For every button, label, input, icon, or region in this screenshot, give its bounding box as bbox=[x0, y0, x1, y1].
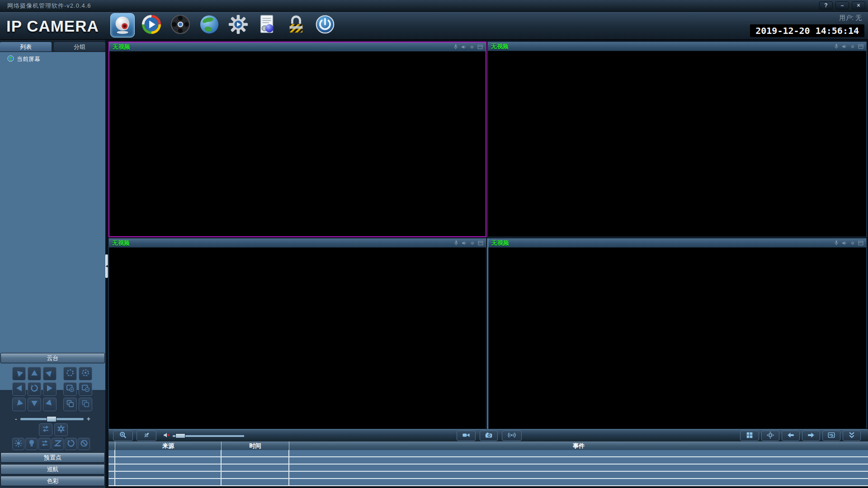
lock-button[interactable] bbox=[284, 13, 308, 38]
table-header-source[interactable]: 来源 bbox=[115, 441, 222, 450]
pattern-button[interactable] bbox=[52, 438, 64, 450]
ptz-up-right-button[interactable] bbox=[43, 367, 57, 380]
ptz-settings-button[interactable] bbox=[54, 423, 68, 436]
cruise-section-bar[interactable]: 巡航 bbox=[0, 464, 105, 474]
iris-close-button[interactable] bbox=[63, 367, 77, 380]
help-button[interactable]: ? bbox=[819, 1, 833, 9]
ptz-right-button[interactable] bbox=[43, 382, 57, 396]
fullscreen-button[interactable] bbox=[761, 431, 779, 441]
preview-button[interactable] bbox=[110, 13, 135, 38]
gear-icon bbox=[228, 14, 249, 37]
talk-mic-icon[interactable] bbox=[833, 43, 840, 50]
no-video-label: 无视频 bbox=[109, 239, 453, 247]
video-panel-body[interactable] bbox=[109, 248, 486, 429]
switch-screen-button[interactable] bbox=[822, 431, 840, 441]
record-button[interactable] bbox=[457, 431, 476, 441]
focus-near-button[interactable] bbox=[63, 398, 77, 411]
talk-mic-icon[interactable] bbox=[453, 240, 459, 246]
preset-section-bar[interactable]: 预置点 bbox=[0, 452, 105, 463]
flip-button[interactable] bbox=[38, 438, 51, 450]
sidebar-collapse-handle[interactable]: ◀ bbox=[105, 254, 108, 278]
talk-mic-icon[interactable] bbox=[833, 240, 840, 246]
next-page-button[interactable] bbox=[802, 431, 820, 441]
ptz-auto-scan-button[interactable] bbox=[28, 382, 41, 396]
disable-button[interactable] bbox=[78, 438, 90, 450]
digital-zoom-button[interactable] bbox=[113, 431, 133, 441]
video-panel-4[interactable]: 无视频 bbox=[487, 238, 867, 429]
settings-button[interactable] bbox=[226, 13, 250, 38]
maximize-icon[interactable] bbox=[858, 43, 864, 50]
video-panel-body[interactable] bbox=[109, 52, 486, 236]
ptz-up-left-button[interactable] bbox=[12, 367, 26, 380]
speaker-icon[interactable] bbox=[841, 240, 848, 246]
table-row[interactable] bbox=[108, 479, 868, 486]
lock-icon bbox=[286, 14, 307, 37]
tab-group[interactable]: 分组 bbox=[54, 42, 105, 52]
table-row[interactable] bbox=[108, 465, 868, 472]
talk-button[interactable] bbox=[137, 431, 156, 441]
ptz-panel-header[interactable]: 云台 bbox=[0, 353, 105, 363]
records-button[interactable] bbox=[168, 13, 193, 38]
user-label: 用户: 无 bbox=[839, 14, 862, 22]
video-panel-body[interactable] bbox=[488, 248, 866, 429]
network-button[interactable] bbox=[197, 13, 222, 38]
record-dot-icon[interactable] bbox=[849, 240, 856, 246]
close-button[interactable]: × bbox=[852, 1, 865, 9]
volume-thumb[interactable] bbox=[175, 433, 185, 438]
ptz-speed-track[interactable] bbox=[20, 418, 84, 420]
snapshot-button[interactable] bbox=[480, 431, 498, 441]
muted-speaker-icon[interactable] bbox=[163, 431, 171, 441]
grid-layout-button[interactable] bbox=[740, 431, 759, 441]
log-button[interactable] bbox=[255, 13, 279, 38]
minimize-button[interactable]: – bbox=[835, 1, 849, 9]
speaker-icon[interactable] bbox=[461, 44, 467, 50]
speaker-icon[interactable] bbox=[841, 43, 848, 50]
power-button[interactable] bbox=[313, 13, 337, 38]
table-header-time[interactable]: 时间 bbox=[222, 441, 289, 450]
tab-list[interactable]: 列表 bbox=[0, 42, 52, 52]
iris-open-button[interactable] bbox=[79, 367, 92, 380]
table-row[interactable] bbox=[108, 450, 868, 457]
video-panel-1[interactable]: 无视频 bbox=[108, 42, 486, 237]
collapse-panel-button[interactable] bbox=[843, 431, 861, 441]
video-panel-3[interactable]: 无视频 bbox=[108, 238, 486, 429]
record-dot-icon[interactable] bbox=[469, 240, 476, 246]
ptz-speed-thumb[interactable] bbox=[47, 416, 57, 422]
table-header-event[interactable]: 事件 bbox=[289, 441, 868, 450]
tree-item-current-screen[interactable]: 当前屏幕 bbox=[0, 52, 105, 63]
maximize-icon[interactable] bbox=[858, 240, 864, 246]
alarm-button[interactable] bbox=[502, 431, 522, 441]
focus-far-button[interactable] bbox=[79, 398, 92, 411]
media-player-icon bbox=[141, 14, 162, 37]
zoom-out-button[interactable] bbox=[79, 382, 92, 396]
speaker-icon[interactable] bbox=[461, 240, 467, 246]
camera-icon bbox=[485, 431, 493, 441]
maximize-icon[interactable] bbox=[477, 44, 483, 50]
ptz-down-left-button[interactable] bbox=[12, 398, 26, 411]
arrow-up-left-icon bbox=[14, 368, 24, 379]
video-panel-body[interactable] bbox=[488, 51, 866, 237]
ptz-left-button[interactable] bbox=[12, 382, 26, 396]
talk-mic-icon[interactable] bbox=[453, 44, 459, 50]
previous-page-button[interactable] bbox=[782, 431, 800, 441]
table-row[interactable] bbox=[108, 457, 868, 465]
playback-button[interactable] bbox=[139, 13, 164, 38]
lamp-button[interactable] bbox=[25, 438, 38, 450]
light-button[interactable] bbox=[12, 438, 24, 450]
record-dot-icon[interactable] bbox=[849, 43, 856, 50]
video-panel-2[interactable]: 无视频 bbox=[487, 42, 867, 237]
ptz-swap-button[interactable] bbox=[39, 423, 52, 436]
maximize-icon[interactable] bbox=[477, 240, 484, 246]
table-cell bbox=[115, 479, 222, 485]
slider-plus-label: + bbox=[87, 415, 90, 422]
record-dot-icon[interactable] bbox=[469, 44, 475, 50]
ptz-down-right-button[interactable] bbox=[43, 398, 57, 411]
volume-slider[interactable] bbox=[173, 435, 244, 437]
color-section-bar[interactable]: 色彩 bbox=[0, 476, 105, 486]
ptz-down-button[interactable] bbox=[28, 398, 41, 411]
table-row[interactable] bbox=[108, 472, 868, 479]
zoom-in-button[interactable] bbox=[63, 382, 77, 396]
refresh-button[interactable] bbox=[65, 438, 77, 450]
zigzag-icon bbox=[53, 439, 62, 450]
ptz-up-button[interactable] bbox=[28, 367, 41, 380]
